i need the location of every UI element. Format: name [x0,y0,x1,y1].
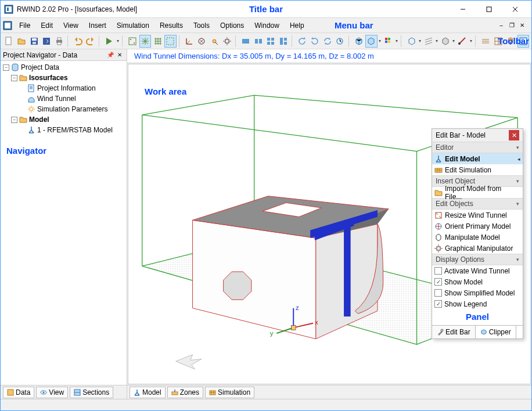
menu-file[interactable]: File [15,20,35,31]
checkbox-icon[interactable]: ✓ [434,300,442,308]
tree-group-isosurfaces[interactable]: Isosurfaces [29,74,68,82]
nav-tab-view[interactable]: View [36,387,68,398]
panel-item-edit-model[interactable]: Edit Model◂ [432,153,523,164]
toolbar-iso-dropdown[interactable]: ▾ [418,38,422,44]
toolbar-rotate-ccw-icon[interactable] [296,35,308,48]
toolbar-cube-icon[interactable] [353,35,365,48]
tree-group-model[interactable]: Model [29,116,49,124]
toolbar-run-icon[interactable] [103,35,116,48]
panel-item-import-model[interactable]: Import Model from File... [432,187,523,198]
svg-marker-59 [193,220,316,339]
tree-root-label[interactable]: Project Data [21,63,59,71]
panel-title[interactable]: Edit Bar - Model [436,131,509,139]
toolbar-undo-icon[interactable] [72,35,84,48]
tree-toggle-icon[interactable]: − [11,117,17,123]
navigator-pin-button[interactable]: 📌 [106,51,115,60]
toolbar-view1-icon[interactable] [240,35,252,48]
toolbar-export-icon[interactable] [41,35,53,48]
navigator-close-button[interactable]: ✕ [115,51,124,60]
panel-check-show-legend[interactable]: ✓Show Legend [432,298,523,309]
work-tab-model[interactable]: Model [130,387,166,398]
toolbar-open-icon[interactable] [16,35,28,48]
toolbar-redo-icon[interactable] [85,35,97,48]
tree-toggle-icon[interactable]: − [3,64,9,71]
toolbar-bounds-icon[interactable] [164,35,177,48]
toolbar-shade-dropdown[interactable]: ▾ [452,38,456,44]
orient-icon [434,222,443,230]
menu-edit[interactable]: Edit [36,20,57,31]
toolbar-cube-dropdown[interactable]: ▾ [378,38,382,44]
panel-section-display[interactable]: Display Options▾ [432,254,523,265]
nav-tab-sections[interactable]: Sections [70,387,113,398]
maximize-button[interactable] [476,1,502,17]
menu-insert[interactable]: Insert [84,20,111,31]
mdi-restore[interactable]: ❐ [507,21,516,30]
checkbox-icon[interactable]: ✓ [434,278,442,286]
toolbar-model-icon[interactable] [196,35,208,48]
panel-check-show-model[interactable]: ✓Show Model [432,276,523,287]
toolbar-save-icon[interactable] [28,35,40,48]
tree-item[interactable]: Project Information [37,84,96,92]
menu-help[interactable]: Help [285,20,309,31]
tree-item[interactable]: 1 - RFEM/RSTAB Model [37,126,113,134]
toolbar-tool-a-icon[interactable] [456,35,469,48]
work-tab-simulation[interactable]: Simulation [205,387,254,398]
toolbar-color-icon[interactable] [382,35,394,48]
tree-toggle-icon[interactable]: − [11,75,17,81]
mdi-minimize[interactable]: – [497,21,506,30]
viewport-3d[interactable]: Work area [128,64,531,384]
panel-item-graphical-manipulator[interactable]: Graphical Manipulator [432,243,523,254]
toolbar-grid2-icon[interactable] [480,35,492,48]
toolbar-tool-a-dropdown[interactable]: ▾ [469,38,473,44]
toolbar-probe-icon[interactable] [209,35,221,48]
panel-tab-clipper[interactable]: Clipper [476,326,516,338]
cube-icon [480,329,487,336]
toolbar-view3-icon[interactable] [265,35,277,48]
toolbar-refresh2-icon[interactable] [334,35,346,48]
nav-tab-data[interactable]: Data [3,387,34,398]
checkbox-icon[interactable] [434,289,442,297]
tree-item[interactable]: Simulation Parameters [37,105,107,113]
toolbar-rotate-cw-icon[interactable] [309,35,321,48]
toolbar-hatch-icon[interactable] [422,35,434,48]
checkbox-icon[interactable] [434,267,442,275]
toolbar-print-icon[interactable] [53,35,66,48]
menu-simulation[interactable]: Simulation [112,20,154,31]
menu-results[interactable]: Results [155,20,188,31]
toolbar-axes-icon[interactable] [183,35,195,48]
toolbar-iso-icon[interactable] [405,35,418,48]
toolbar-new-icon[interactable] [3,35,15,48]
panel-item-manipulate-model[interactable]: Manipulate Model [432,232,523,243]
toolbar-mesh1-icon[interactable] [127,35,139,48]
toolbar-color-dropdown[interactable]: ▾ [395,38,399,44]
close-button[interactable] [502,1,528,17]
menu-window[interactable]: Window [250,20,284,31]
toolbar-shade-icon[interactable] [440,35,452,48]
toolbar-mesh2-icon[interactable] [139,35,152,48]
panel-item-orient-model[interactable]: Orient Primary Model [432,221,523,232]
toolbar-cube2-icon[interactable] [365,35,378,48]
panel-close-button[interactable]: ✕ [509,130,519,140]
panel-check-show-simplified[interactable]: Show Simplified Model [432,287,523,298]
tree-item[interactable]: Wind Tunnel [37,95,76,103]
minimize-button[interactable] [450,1,476,17]
panel-section-editor[interactable]: Editor▾ [432,142,523,153]
panel-tab-edit-bar[interactable]: Edit Bar [432,326,476,338]
toolbar-manipulate-icon[interactable] [221,35,233,48]
mdi-close[interactable]: ✕ [517,21,527,30]
toolbar-view4-icon[interactable] [278,35,290,48]
toolbar-grid-icon[interactable] [152,35,164,48]
menu-tools[interactable]: Tools [189,20,214,31]
toolbar-run-dropdown[interactable]: ▾ [116,38,120,44]
panel-check-activate-tunnel[interactable]: Activate Wind Tunnel [432,265,523,276]
svg-point-79 [441,329,443,331]
toolbar-refresh-icon[interactable] [321,35,333,48]
panel-item-edit-simulation[interactable]: Edit Simulation [432,164,523,175]
panel-item-resize-tunnel[interactable]: Resize Wind Tunnel [432,210,523,221]
menu-view[interactable]: View [59,20,83,31]
work-tab-zones[interactable]: Zones [167,387,203,398]
menu-options[interactable]: Options [215,20,249,31]
toolbar-view2-icon[interactable] [252,35,264,48]
navigator-tree[interactable]: − Project Data − Isosurfaces Project Inf… [1,61,127,385]
toolbar-hatch-dropdown[interactable]: ▾ [435,38,439,44]
